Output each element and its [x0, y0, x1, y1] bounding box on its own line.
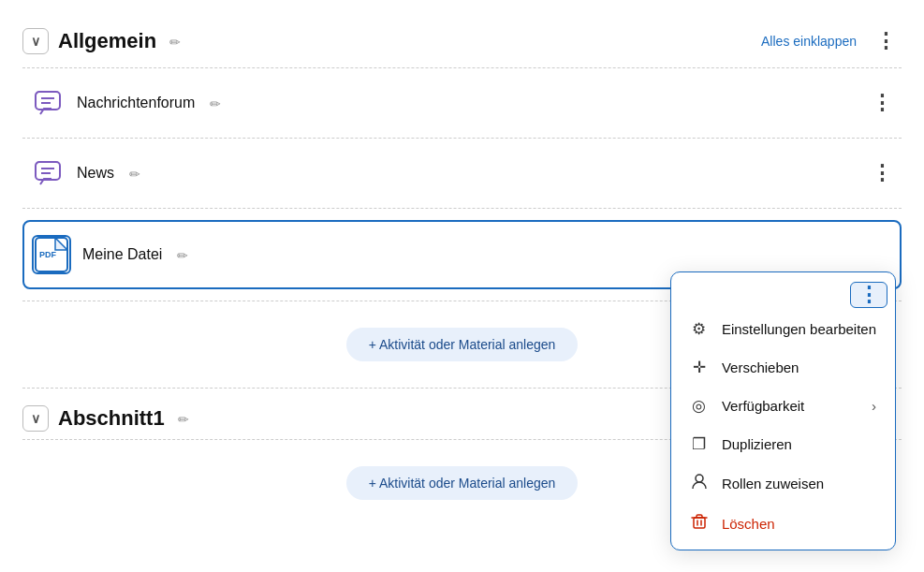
menu-item-move-label: Verschieben	[722, 359, 799, 375]
activity-name-meinedatei: Meine Datei	[82, 246, 162, 263]
add-activity-button-2[interactable]: + Aktivität oder Material anlegen	[346, 466, 579, 500]
pdf-icon-meinedatei: PDF	[32, 235, 71, 274]
three-dots-icon	[875, 31, 896, 51]
edit-abschnitt1-button[interactable]	[174, 409, 193, 429]
svg-text:PDF: PDF	[39, 250, 57, 259]
copy-icon: ❐	[690, 434, 709, 454]
section-title-allgemein: Allgemein	[58, 29, 156, 53]
menu-item-availability-label: Verfügbarkeit	[722, 398, 804, 414]
activity-name-nachrichtenforum: Nachrichtenforum	[77, 95, 195, 111]
context-menu-header	[671, 278, 895, 310]
section-header-allgemein: Allgemein Alles einklappen	[22, 19, 902, 67]
section-allgemein-menu-button[interactable]	[870, 29, 902, 53]
activity-name-news: News	[77, 165, 114, 182]
chevron-down-icon-2	[31, 411, 40, 426]
pencil-icon	[169, 34, 181, 50]
menu-item-move[interactable]: ✛ Verschieben	[671, 348, 895, 387]
section-title-abschnitt1: Abschnitt1	[58, 406, 165, 431]
svg-rect-3	[36, 162, 60, 180]
three-dots-icon-news	[872, 163, 892, 183]
menu-item-delete-label: Löschen	[722, 516, 775, 532]
pencil-icon-meinedatei	[177, 247, 188, 263]
trash-icon	[690, 513, 709, 535]
chevron-down-icon	[31, 34, 40, 49]
menu-item-duplicate-label: Duplizieren	[722, 436, 792, 452]
pencil-icon-abschnitt1	[178, 411, 189, 427]
context-menu: ⚙ Einstellungen bearbeiten ✛ Verschieben…	[670, 271, 896, 550]
add-activity-button-1[interactable]: + Aktivität oder Material anlegen	[346, 328, 579, 361]
collapse-toggle-abschnitt1[interactable]	[22, 405, 49, 432]
person-icon	[690, 473, 709, 494]
three-dots-icon-active	[858, 285, 879, 305]
pencil-icon-news	[129, 166, 140, 182]
page-container: Allgemein Alles einklappen	[0, 0, 924, 572]
news-menu-button[interactable]	[866, 161, 898, 185]
move-icon: ✛	[690, 358, 709, 377]
three-dots-icon-nachrichtenforum	[872, 93, 892, 113]
chat-icon-nachrichtenforum	[30, 85, 66, 121]
pencil-icon-nachrichtenforum	[210, 95, 221, 111]
collapse-toggle-allgemein[interactable]	[22, 28, 49, 54]
menu-item-delete[interactable]: Löschen	[671, 504, 895, 544]
edit-meinedatei-button[interactable]	[173, 245, 192, 265]
menu-item-duplicate[interactable]: ❐ Duplizieren	[671, 425, 895, 463]
svg-rect-9	[694, 518, 705, 528]
menu-item-settings[interactable]: ⚙ Einstellungen bearbeiten	[671, 310, 895, 348]
chevron-right-icon: ›	[872, 398, 876, 414]
nachrichtenforum-menu-button[interactable]	[866, 91, 898, 115]
activity-row-news: News	[22, 139, 902, 208]
menu-item-roles[interactable]: Rollen zuweisen	[671, 463, 895, 504]
edit-news-button[interactable]	[125, 164, 144, 183]
menu-item-availability[interactable]: ◎ Verfügbarkeit ›	[671, 387, 895, 425]
collapse-all-link[interactable]: Alles einklappen	[761, 34, 857, 49]
activity-row-nachrichtenforum: Nachrichtenforum	[22, 68, 902, 138]
edit-nachrichtenforum-button[interactable]	[206, 94, 225, 113]
menu-item-settings-label: Einstellungen bearbeiten	[722, 321, 876, 337]
chat-icon-news	[30, 155, 66, 191]
eye-icon: ◎	[690, 396, 709, 416]
context-menu-trigger-button[interactable]	[850, 282, 887, 308]
svg-point-8	[696, 475, 703, 482]
gear-icon: ⚙	[690, 319, 709, 339]
svg-rect-0	[36, 92, 60, 110]
edit-section-allgemein-button[interactable]	[166, 32, 184, 51]
menu-item-roles-label: Rollen zuweisen	[722, 476, 824, 491]
